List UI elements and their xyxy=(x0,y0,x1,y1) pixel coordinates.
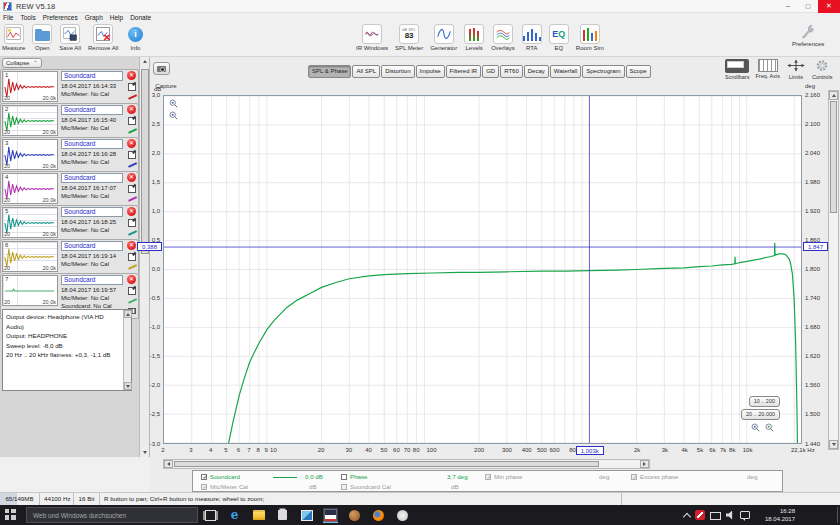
trace-color-icon[interactable] xyxy=(128,230,137,235)
scroll-up-icon[interactable] xyxy=(124,310,132,318)
delete-measurement-icon[interactable] xyxy=(127,105,136,114)
rta-button[interactable]: RTA xyxy=(522,24,542,51)
notes-icon[interactable] xyxy=(128,253,136,261)
taskbar-app-icon[interactable] xyxy=(347,508,362,523)
taskbar-app-icon[interactable] xyxy=(203,508,218,523)
room-sim-button[interactable]: Room Sim xyxy=(576,24,604,51)
measurement-name-field[interactable]: Soundcard xyxy=(61,241,123,251)
measurement-thumbnail[interactable]: 7 20 20,0k xyxy=(2,275,58,306)
scrollbar-thumb[interactable] xyxy=(174,461,599,467)
measurement-name-field[interactable]: Soundcard xyxy=(61,275,123,285)
measurement-thumbnail[interactable]: 5 20 20,0k xyxy=(2,207,58,238)
soundcard-checkbox[interactable] xyxy=(201,474,207,480)
notes-icon[interactable] xyxy=(128,83,136,91)
overlays-button[interactable]: Overlays xyxy=(491,24,515,51)
graph-tab[interactable]: RT60 xyxy=(500,65,523,78)
menu-item[interactable]: Graph xyxy=(85,13,103,22)
eq-button[interactable]: EQ EQ xyxy=(549,24,569,51)
tray-chevron-icon[interactable] xyxy=(683,512,691,520)
preferences-button[interactable]: Preferences xyxy=(792,22,824,47)
measurement-name-field[interactable]: Soundcard xyxy=(61,173,123,183)
measurement-name-field[interactable]: Soundcard xyxy=(61,207,123,217)
ir-windows-button[interactable]: IR Windows xyxy=(356,24,388,51)
measurement-item[interactable]: 4 20 20,0k Soundcard 18.04.2017 16:17:07… xyxy=(0,171,139,205)
delete-measurement-icon[interactable] xyxy=(127,275,136,284)
range-20-20000-button[interactable]: 20 .. 20.000 xyxy=(741,409,780,420)
taskbar-search-input[interactable] xyxy=(26,507,198,523)
graph-tab[interactable]: Decay xyxy=(524,65,549,78)
open-button[interactable]: Open xyxy=(32,24,52,51)
graph-tab[interactable]: Scope xyxy=(626,65,651,78)
zoom-in-icon[interactable] xyxy=(169,99,178,108)
menu-item[interactable]: Tools xyxy=(20,13,35,22)
menu-item[interactable]: Preferences xyxy=(43,13,78,22)
scroll-down-icon[interactable] xyxy=(829,440,838,449)
notes-icon[interactable] xyxy=(128,287,136,295)
minimize-button[interactable] xyxy=(778,0,798,13)
save-all-button[interactable]: Save All xyxy=(59,24,81,51)
measurement-item[interactable]: 1 20 20,0k Soundcard 18.04.2017 16:14:33… xyxy=(0,69,139,103)
measurement-thumbnail[interactable]: 3 20 20,0k xyxy=(2,139,58,170)
collapse-button[interactable]: Collapse xyxy=(2,58,42,68)
delete-measurement-icon[interactable] xyxy=(127,71,136,80)
capture-button[interactable]: Capture xyxy=(153,62,170,75)
taskbar-app-icon[interactable] xyxy=(299,508,314,523)
trace-color-icon[interactable] xyxy=(128,128,137,133)
graph-tab[interactable]: Spectrogram xyxy=(582,65,624,78)
graph-tab[interactable]: GD xyxy=(482,65,499,78)
graph-tab[interactable]: SPL & Phase xyxy=(308,65,351,78)
info-button[interactable]: Info xyxy=(125,24,145,51)
info-scrollbar[interactable] xyxy=(123,310,131,390)
graph-horizontal-scrollbar[interactable] xyxy=(163,459,650,469)
taskbar-app-icon[interactable] xyxy=(323,508,338,523)
freq-axis-button[interactable]: Freq. Axis xyxy=(755,59,779,80)
scroll-down-icon[interactable] xyxy=(124,382,132,390)
display-tray-icon[interactable] xyxy=(710,512,721,520)
mic-cal-checkbox[interactable] xyxy=(201,484,207,490)
levels-button[interactable]: Levels xyxy=(464,24,484,51)
scrollbars-button[interactable]: Scrollbars xyxy=(725,59,749,80)
excess-phase-checkbox[interactable] xyxy=(631,474,637,480)
scroll-up-icon[interactable] xyxy=(829,91,838,100)
measurement-thumbnail[interactable]: 1 20 20,0k xyxy=(2,71,58,102)
scroll-left-icon[interactable] xyxy=(164,460,173,468)
start-button-icon[interactable] xyxy=(5,509,16,520)
remove-all-button[interactable]: Remove All xyxy=(88,24,118,51)
spl-meter-button[interactable]: dB SPL 83 SPL Meter xyxy=(395,24,423,51)
close-button[interactable] xyxy=(818,0,840,13)
phase-checkbox[interactable] xyxy=(341,474,347,480)
trace-color-icon[interactable] xyxy=(128,162,137,167)
notifications-tray-icon[interactable] xyxy=(740,511,750,519)
graph-tab[interactable]: Filtered IR xyxy=(446,65,482,78)
graph-tab[interactable]: All SPL xyxy=(352,65,380,78)
graph-vertical-scrollbar[interactable] xyxy=(828,90,839,450)
measurement-thumbnail[interactable]: 2 20 20,0k xyxy=(2,105,58,136)
graph-tab[interactable]: Distortion xyxy=(381,65,414,78)
scroll-up-icon[interactable] xyxy=(140,57,150,66)
taskbar-app-icon[interactable] xyxy=(227,508,242,523)
soundcard-cal-checkbox[interactable] xyxy=(341,484,347,490)
maximize-button[interactable] xyxy=(798,0,818,13)
controls-button[interactable]: Controls xyxy=(812,59,832,80)
scroll-right-icon[interactable] xyxy=(640,460,649,468)
menu-item[interactable]: File xyxy=(3,13,13,22)
measurement-item[interactable]: 5 20 20,0k Soundcard 18.04.2017 16:18:25… xyxy=(0,205,139,239)
zoom-x-out-icon[interactable] xyxy=(765,423,774,432)
antivirus-tray-icon[interactable] xyxy=(695,510,705,520)
plot-area[interactable] xyxy=(163,95,802,444)
scrollbar-thumb[interactable] xyxy=(830,101,837,213)
measurement-item[interactable]: 2 20 20,0k Soundcard 18.04.2017 16:15:40… xyxy=(0,103,139,137)
trace-color-icon[interactable] xyxy=(128,196,137,201)
min-phase-checkbox[interactable] xyxy=(485,474,491,480)
notes-icon[interactable] xyxy=(128,185,136,193)
graph-tab[interactable]: Impulse xyxy=(416,65,445,78)
taskbar-app-icon[interactable] xyxy=(395,508,410,523)
taskbar-app-icon[interactable] xyxy=(275,508,290,523)
measurement-name-field[interactable]: Soundcard xyxy=(61,71,123,81)
measurement-name-field[interactable]: Soundcard xyxy=(61,105,123,115)
taskbar-app-icon[interactable] xyxy=(371,508,386,523)
limits-button[interactable]: Limits xyxy=(786,59,806,80)
volume-tray-icon[interactable] xyxy=(726,511,735,520)
menu-item[interactable]: Donate xyxy=(130,13,151,22)
taskbar-app-icon[interactable] xyxy=(251,508,266,523)
